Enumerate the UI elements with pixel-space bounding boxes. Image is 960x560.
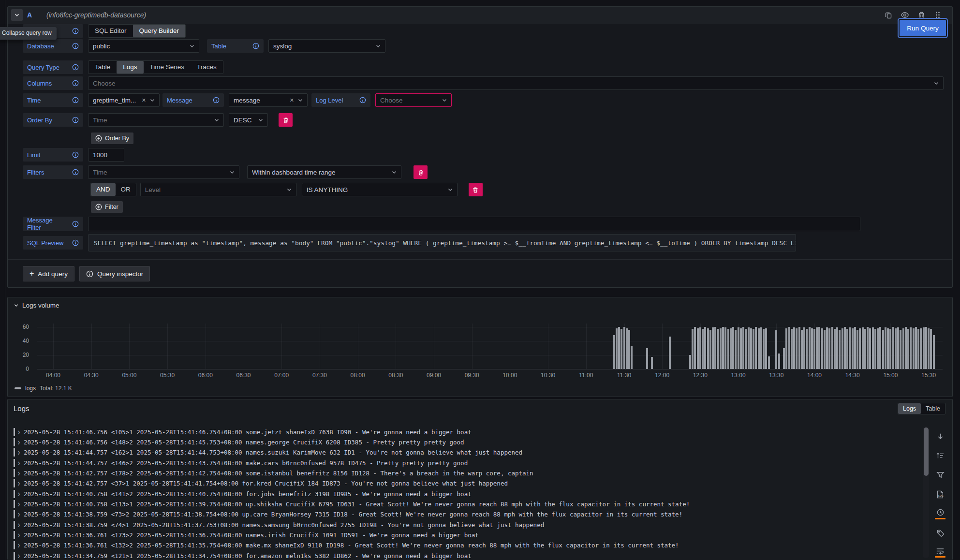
volume-bar[interactable] (692, 329, 694, 369)
query-type-time-series[interactable]: Time Series (144, 61, 191, 74)
volume-bar[interactable] (712, 327, 714, 369)
info-icon[interactable] (72, 43, 79, 49)
volume-bar[interactable] (742, 327, 744, 369)
unique-labels-icon[interactable] (934, 523, 946, 543)
log-row[interactable]: ❯2025-05-28 15:41:40.758 <141>2 2025-05-… (12, 489, 918, 499)
volume-bar[interactable] (707, 328, 709, 369)
volume-bar[interactable] (913, 328, 915, 369)
volume-bar[interactable] (842, 328, 843, 369)
volume-bar[interactable] (616, 328, 618, 369)
conjunction-or[interactable]: OR (116, 183, 136, 196)
volume-bar[interactable] (902, 328, 904, 369)
expand-log-row-icon[interactable]: ❯ (17, 471, 20, 476)
collapse-query-row-button[interactable] (11, 9, 23, 21)
tab-sql-editor[interactable]: SQL Editor (89, 25, 133, 37)
volume-bar[interactable] (831, 327, 833, 369)
volume-bar[interactable] (864, 329, 866, 369)
volume-bar[interactable] (882, 330, 884, 369)
query-type-logs[interactable]: Logs (117, 61, 143, 74)
duplicate-query-icon[interactable] (883, 9, 894, 21)
log-row[interactable]: ❯2025-05-28 15:41:36.761 <132>2 2025-05-… (12, 541, 918, 550)
volume-bar[interactable] (874, 329, 876, 369)
log-row[interactable]: ❯2025-05-28 15:41:42.757 <37>1 2025-05-2… (12, 479, 918, 488)
expand-log-row-icon[interactable]: ❯ (17, 481, 20, 486)
volume-bar[interactable] (801, 330, 803, 369)
volume-bar[interactable] (803, 327, 805, 369)
log-row[interactable]: ❯2025-05-28 15:41:34.759 <121>1 2025-05-… (12, 551, 918, 560)
volume-bar[interactable] (905, 327, 907, 369)
volume-bar[interactable] (651, 357, 653, 369)
add-order-by-button[interactable]: Order By (91, 133, 133, 144)
volume-bar[interactable] (722, 327, 724, 369)
view-table[interactable]: Table (921, 403, 945, 414)
volume-bar[interactable] (732, 327, 734, 369)
volume-bar[interactable] (724, 327, 726, 369)
expand-log-row-icon[interactable]: ❯ (17, 543, 20, 548)
info-icon[interactable] (359, 97, 366, 103)
volume-bar[interactable] (738, 327, 739, 369)
filter-icon[interactable] (934, 465, 946, 485)
volume-bar[interactable] (699, 327, 701, 369)
filter-field-select[interactable]: Time (88, 165, 239, 179)
volume-bar[interactable] (818, 327, 820, 369)
volume-bar[interactable] (897, 327, 899, 369)
volume-bar[interactable] (631, 346, 633, 369)
volume-bar[interactable] (824, 330, 826, 369)
volume-bar[interactable] (775, 330, 777, 369)
volume-bar[interactable] (869, 328, 871, 369)
log-row[interactable]: ❯2025-05-28 15:41:46.756 <148>2 2025-05-… (12, 437, 918, 447)
volume-bar[interactable] (857, 330, 858, 369)
expand-log-row-icon[interactable]: ❯ (17, 460, 20, 466)
info-icon[interactable] (72, 28, 79, 34)
query-inspector-button[interactable]: Query inspector (79, 266, 150, 281)
volume-bar[interactable] (796, 328, 798, 369)
info-icon[interactable] (72, 97, 79, 103)
expand-log-row-icon[interactable]: ❯ (17, 429, 20, 435)
expand-log-row-icon[interactable]: ❯ (17, 501, 20, 507)
volume-bar[interactable] (788, 327, 790, 369)
volume-bar[interactable] (628, 330, 630, 369)
volume-bar[interactable] (849, 327, 851, 369)
clear-icon[interactable]: ✕ (142, 97, 146, 103)
volume-bar[interactable] (917, 329, 919, 369)
volume-bar[interactable] (889, 329, 891, 369)
volume-bar[interactable] (704, 327, 706, 369)
volume-bar[interactable] (895, 328, 897, 369)
conjunction-and[interactable]: AND (91, 183, 116, 196)
volume-bar[interactable] (836, 327, 838, 369)
limit-input[interactable]: 1000 (88, 148, 124, 162)
query-type-table[interactable]: Table (89, 61, 117, 74)
volume-bar[interactable] (844, 327, 846, 369)
volume-bar[interactable] (854, 327, 856, 369)
clear-icon[interactable]: ✕ (290, 97, 294, 103)
toggle-query-visibility-icon[interactable] (899, 9, 911, 21)
log-level-select[interactable]: Choose (375, 93, 452, 107)
wrap-lines-icon[interactable] (934, 543, 946, 560)
show-time-icon[interactable] (934, 504, 946, 523)
volume-bar[interactable] (765, 328, 767, 369)
volume-bar[interactable] (925, 327, 927, 369)
volume-bar[interactable] (791, 329, 793, 369)
volume-bar[interactable] (923, 327, 925, 369)
remove-filter-button[interactable] (414, 165, 428, 179)
volume-bar[interactable] (862, 327, 864, 369)
expand-log-row-icon[interactable]: ❯ (17, 532, 20, 538)
volume-bar[interactable] (750, 328, 752, 369)
volume-bar[interactable] (709, 330, 711, 369)
volume-bar[interactable] (885, 327, 886, 369)
volume-bar[interactable] (785, 328, 787, 369)
volume-bar[interactable] (816, 327, 818, 369)
volume-bar[interactable] (626, 328, 628, 369)
volume-bar[interactable] (717, 329, 719, 369)
log-row[interactable]: ❯2025-05-28 15:41:44.757 <146>2 2025-05-… (12, 458, 918, 468)
remove-query-icon[interactable] (916, 9, 927, 21)
volume-bar[interactable] (928, 328, 930, 369)
message-filter-input[interactable] (88, 217, 860, 231)
volume-bar[interactable] (852, 328, 854, 369)
volume-bar[interactable] (618, 327, 620, 369)
info-icon[interactable] (72, 169, 79, 176)
volume-bar[interactable] (760, 327, 762, 369)
expand-log-row-icon[interactable]: ❯ (17, 522, 20, 528)
volume-bar[interactable] (879, 327, 881, 369)
filter2-operator-select[interactable]: IS ANYTHING (302, 183, 458, 196)
